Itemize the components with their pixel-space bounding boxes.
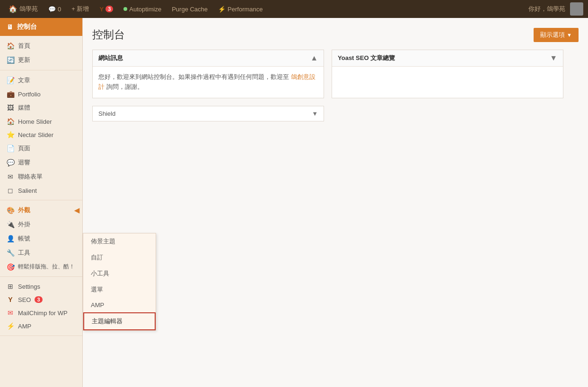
performance-icon: ⚡ — [218, 6, 226, 13]
autoptimize-link[interactable]: Autoptimize — [120, 0, 165, 18]
sidebar-item-users[interactable]: 👤 帳號 — [0, 232, 82, 246]
site-home-link[interactable]: 🏠 鴿學苑 — [5, 0, 42, 18]
comments-icon: 💬 — [7, 159, 14, 166]
main-content: 控制台 顯示選項 ▼ 網站訊息 ▲ 您好，歡迎來到網站控制台。如果操作過程中有遇… — [83, 18, 588, 387]
flyout-item-customize[interactable]: 自訂 — [83, 249, 156, 266]
portfolio-icon: 💼 — [7, 90, 14, 98]
new-content-link[interactable]: + 新增 — [68, 0, 93, 18]
drag-drop-icon: 🎯 — [7, 263, 14, 271]
yoast-seo-widget-header: Yoast SEO 文章總覽 ▼ — [332, 50, 563, 67]
site-info-title: 網站訊息 — [98, 54, 123, 62]
sidebar-bottom-section: ⊞ Settings Y SEO 3 ✉ MailChimp for WP ⚡ … — [0, 277, 82, 336]
new-label: + 新增 — [71, 5, 89, 13]
flyout-item-widgets[interactable]: 小工具 — [83, 266, 156, 282]
flyout-item-label: 自訂 — [91, 254, 103, 261]
sidebar-item-updates[interactable]: 🔄 更新 — [0, 53, 82, 67]
pages-icon: 📄 — [7, 145, 14, 152]
site-name: 鴿學苑 — [19, 5, 38, 13]
sidebar-item-label: 更新 — [18, 56, 30, 64]
sidebar-item-label: 外掛 — [18, 220, 30, 229]
sidebar-item-mailchimp[interactable]: ✉ MailChimp for WP — [0, 306, 82, 319]
page-title: 控制台 — [92, 27, 125, 42]
screen-options-button[interactable]: 顯示選項 ▼ — [534, 28, 579, 42]
seo-badge: 3 — [35, 296, 42, 303]
site-info-body: 您好，歡迎來到網站控制台。如果操作過程中有遇到任何問題，歡迎至 鴿創意設計 詢問… — [93, 67, 324, 98]
sidebar-item-plugins[interactable]: 🔌 外掛 — [0, 217, 82, 232]
flyout-item-label: 小工具 — [91, 270, 109, 277]
sidebar-item-nectar-slider[interactable]: ⭐ Nectar Slider — [0, 128, 82, 141]
sidebar-item-label: 外觀 — [18, 206, 30, 215]
sidebar-item-contact[interactable]: ✉ 聯絡表單 — [0, 170, 82, 184]
sidebar-content-section: 📝 文章 💼 Portfolio 🖼 媒體 🏠 Home Slider ⭐ Ne… — [0, 70, 82, 200]
sidebar-item-label: Portfolio — [18, 91, 41, 98]
autoptimize-status-dot — [123, 7, 127, 11]
appearance-flyout-menu: 佈景主題 自訂 小工具 選單 AMP 主題編輯器 — [83, 233, 156, 331]
nectar-slider-icon: ⭐ — [7, 131, 14, 138]
users-icon: 👤 — [7, 235, 14, 242]
site-info-widget-header: 網站訊息 ▲ — [93, 50, 324, 67]
sidebar-item-label: MailChimp for WP — [18, 310, 68, 317]
flyout-item-label: 選單 — [91, 286, 103, 293]
sidebar-item-label: 迴響 — [18, 158, 30, 167]
shield-dropdown[interactable]: Shield ▼ — [92, 106, 324, 121]
sidebar-item-salient[interactable]: ◻ Salient — [0, 184, 82, 197]
yoast-link[interactable]: Y 3 — [96, 0, 117, 18]
flyout-item-label: AMP — [91, 301, 104, 309]
site-info-text-after: 詢問，謝謝。 — [105, 83, 143, 90]
dashboard-menu-item[interactable]: 🖥 控制台 — [0, 18, 82, 36]
sidebar-item-label: Nectar Slider — [18, 131, 53, 138]
comment-icon: 💬 — [48, 6, 56, 13]
sidebar-item-appearance[interactable]: 🎨 外觀 ◀ — [0, 203, 82, 217]
sidebar-item-home[interactable]: 🏠 首頁 — [0, 39, 82, 53]
sidebar-item-tools[interactable]: 🔧 工具 — [0, 246, 82, 260]
sidebar-item-media[interactable]: 🖼 媒體 — [0, 101, 82, 115]
contact-icon: ✉ — [7, 173, 14, 181]
seo-icon: Y — [7, 296, 14, 303]
shield-dropdown-arrow: ▼ — [312, 110, 318, 117]
home-slider-icon: 🏠 — [7, 118, 14, 125]
flyout-item-menus[interactable]: 選單 — [83, 282, 156, 298]
yoast-widget-collapse-button[interactable]: ▼ — [550, 54, 557, 62]
sidebar-item-label: 文章 — [18, 76, 30, 85]
comment-count: 0 — [58, 6, 61, 13]
widgets-row-1: 網站訊息 ▲ 您好，歡迎來到網站控制台。如果操作過程中有遇到任何問題，歡迎至 鴿… — [92, 50, 579, 98]
sidebar-item-portfolio[interactable]: 💼 Portfolio — [0, 87, 82, 101]
posts-icon: 📝 — [7, 77, 14, 84]
dashboard-icon: 🖥 — [7, 23, 13, 31]
purge-cache-label: Purge Cache — [172, 6, 208, 13]
flyout-item-themes[interactable]: 佈景主題 — [83, 233, 156, 249]
updates-icon: 🔄 — [7, 56, 14, 64]
sidebar-item-pages[interactable]: 📄 頁面 — [0, 141, 82, 155]
sidebar-item-amp[interactable]: ⚡ AMP — [0, 319, 82, 333]
purge-cache-link[interactable]: Purge Cache — [168, 0, 211, 18]
sidebar-item-seo[interactable]: Y SEO 3 — [0, 293, 82, 306]
admin-bar: 🏠 鴿學苑 💬 0 + 新增 Y 3 Autoptimize Purge Cac… — [0, 0, 588, 18]
sidebar-item-posts[interactable]: 📝 文章 — [0, 73, 82, 87]
sidebar-item-drag-drop[interactable]: 🎯 輕鬆排版拖、拉、酷！ — [0, 260, 82, 274]
sidebar-item-home-slider[interactable]: 🏠 Home Slider — [0, 115, 82, 128]
performance-label: Performance — [228, 6, 263, 13]
sidebar-item-label: Settings — [18, 283, 40, 290]
flyout-item-theme-editor[interactable]: 主題編輯器 — [83, 312, 156, 330]
flyout-item-amp[interactable]: AMP — [83, 298, 156, 312]
performance-link[interactable]: ⚡ Performance — [214, 0, 266, 18]
autoptimize-label: Autoptimize — [129, 6, 161, 13]
shield-label: Shield — [98, 110, 115, 117]
media-icon: 🖼 — [7, 104, 14, 112]
plugins-icon: 🔌 — [7, 221, 14, 228]
sidebar-item-settings[interactable]: ⊞ Settings — [0, 280, 82, 293]
salient-icon: ◻ — [7, 187, 14, 194]
comments-link[interactable]: 💬 0 — [44, 0, 65, 18]
yoast-seo-title: Yoast SEO 文章總覽 — [338, 54, 395, 62]
shield-section: Shield ▼ — [92, 106, 324, 121]
sidebar-item-comments[interactable]: 💬 迴響 — [0, 155, 82, 170]
flyout-item-label: 佈景主題 — [91, 238, 115, 245]
yoast-seo-widget: Yoast SEO 文章總覽 ▼ — [332, 50, 563, 98]
widget-collapse-button[interactable]: ▲ — [310, 54, 318, 62]
settings-icon: ⊞ — [7, 283, 14, 290]
yoast-badge: 3 — [105, 6, 113, 12]
user-avatar — [570, 2, 583, 16]
sidebar-item-label: 頁面 — [18, 144, 30, 153]
sidebar-item-label: 工具 — [18, 249, 30, 257]
sidebar-item-label: 帳號 — [18, 234, 30, 243]
